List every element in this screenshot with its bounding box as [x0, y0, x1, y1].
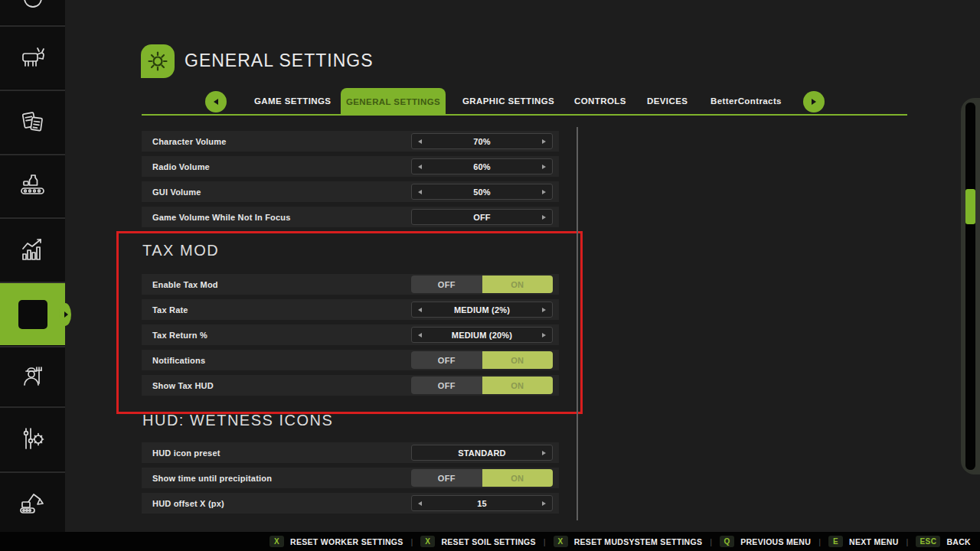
chevron-left-icon [214, 99, 218, 105]
key-badge-x: X [554, 536, 568, 547]
bottom-label: RESET SOIL SETTINGS [441, 537, 535, 546]
previous-menu-button[interactable]: Q PREVIOUS MENU [720, 536, 811, 547]
toggle-off-option[interactable]: OFF [411, 377, 482, 394]
separator: | [818, 537, 821, 546]
setting-label: Notifications [152, 356, 205, 365]
character-volume-stepper[interactable]: 70% [411, 133, 553, 149]
enable-tax-mod-toggle[interactable]: OFF ON [411, 276, 553, 293]
farmer-icon [17, 360, 49, 393]
gear-icon [146, 50, 169, 73]
radio-volume-stepper[interactable]: 60% [411, 158, 553, 174]
settings-sliders-icon [17, 423, 49, 455]
stepper-increase-icon[interactable] [542, 139, 546, 144]
notifications-toggle[interactable]: OFF ON [411, 351, 553, 369]
sidebar-item-contracts[interactable] [0, 90, 65, 153]
tab-general-settings-label: GENERAL SETTINGS [346, 97, 440, 106]
bottom-label: RESET WORKER SETTINGS [290, 537, 403, 546]
stepper-increase-icon[interactable] [542, 190, 546, 194]
toggle-off-option[interactable]: OFF [411, 351, 482, 369]
tab-devices[interactable]: DEVICES [647, 96, 688, 106]
stepper-decrease-icon[interactable] [418, 501, 422, 506]
tab-game-settings[interactable]: GAME SETTINGS [254, 96, 331, 106]
setting-label: Tax Rate [152, 305, 188, 315]
toggle-on-option[interactable]: ON [482, 276, 554, 293]
toggle-on-option[interactable]: ON [482, 469, 554, 487]
tab-graphic-settings[interactable]: GRAPHIC SETTINGS [462, 96, 554, 106]
sidebar-item-production[interactable] [0, 154, 65, 217]
back-button[interactable]: ESC BACK [916, 536, 971, 547]
setting-label: HUD offset X (px) [152, 499, 224, 508]
show-tax-hud-toggle[interactable]: OFF ON [411, 377, 553, 394]
reset-soil-settings-button[interactable]: X RESET SOIL SETTINGS [420, 536, 535, 547]
hud-icon-preset-stepper[interactable]: STANDARD [411, 445, 553, 461]
stepper-value: 50% [473, 187, 491, 197]
cow-icon [17, 42, 49, 74]
separator: | [906, 537, 909, 546]
toggle-on-option[interactable]: ON [482, 351, 554, 369]
toggle-off-option[interactable]: OFF [411, 276, 482, 293]
tab-controls[interactable]: CONTROLS [574, 96, 626, 106]
scrollbar-slot[interactable] [965, 103, 975, 470]
stepper-decrease-icon[interactable] [418, 333, 422, 337]
stepper-increase-icon[interactable] [542, 308, 546, 312]
bottom-label: RESET MUDSYSTEM SETTINGS [574, 537, 703, 546]
hud-offset-x-stepper[interactable]: 15 [411, 495, 553, 511]
setting-row-show-tax-hud: Show Tax HUD OFF ON [142, 375, 559, 396]
scrollbar-thumb[interactable] [965, 189, 975, 224]
sidebar-item-game-settings[interactable] [0, 406, 65, 471]
setting-label: Tax Return % [152, 331, 207, 340]
toggle-off-option[interactable]: OFF [411, 469, 482, 487]
key-badge-x: X [270, 536, 284, 547]
section-title-tax-mod: TAX MOD [142, 242, 219, 259]
mod-settings-icon [18, 300, 47, 329]
stepper-increase-icon[interactable] [542, 165, 546, 169]
sidebar-item-map[interactable] [0, 0, 65, 24]
stepper-decrease-icon[interactable] [418, 308, 422, 312]
reset-mudsystem-settings-button[interactable]: X RESET MUDSYSTEM SETTINGS [554, 536, 703, 547]
game-volume-focus-stepper[interactable]: OFF [411, 209, 553, 225]
reset-worker-settings-button[interactable]: X RESET WORKER SETTINGS [270, 536, 403, 547]
tabs-previous-button[interactable] [205, 91, 227, 112]
tabs-next-button[interactable] [803, 91, 825, 112]
stepper-increase-icon[interactable] [542, 501, 546, 506]
tab-bettercontracts[interactable]: BetterContracts [710, 96, 782, 106]
stepper-value: OFF [473, 213, 491, 222]
sidebar-item-workers[interactable] [0, 346, 65, 406]
separator: | [710, 537, 712, 546]
sidebar-item-animals[interactable] [0, 25, 65, 89]
separator: | [544, 537, 546, 546]
sidebar-item-statistics[interactable] [0, 217, 65, 281]
setting-row-radio-volume: Radio Volume 60% [142, 156, 559, 177]
stepper-value: MEDIUM (2%) [454, 305, 510, 315]
setting-row-character-volume: Character Volume 70% [142, 131, 559, 152]
map-icon [18, 0, 48, 20]
show-precipitation-toggle[interactable]: OFF ON [411, 469, 553, 487]
tab-general-settings[interactable]: GENERAL SETTINGS [341, 88, 446, 116]
next-menu-button[interactable]: E NEXT MENU [828, 536, 899, 547]
stepper-increase-icon[interactable] [542, 333, 546, 337]
setting-row-show-precipitation-time: Show time until precipitation OFF ON [142, 468, 559, 488]
sidebar-item-mod-settings-active[interactable] [0, 282, 65, 345]
stepper-increase-icon[interactable] [542, 215, 546, 220]
setting-label: Radio Volume [152, 162, 210, 171]
bottom-label: NEXT MENU [849, 537, 899, 546]
general-settings-icon [141, 44, 175, 78]
stepper-decrease-icon[interactable] [418, 165, 422, 169]
setting-label: Game Volume While Not In Focus [152, 213, 291, 222]
gui-volume-stepper[interactable]: 50% [411, 184, 553, 200]
toggle-on-option[interactable]: ON [482, 377, 554, 394]
stepper-decrease-icon[interactable] [418, 139, 422, 144]
separator: | [411, 537, 413, 546]
sidebar-item-construction[interactable] [0, 471, 65, 532]
tax-return-stepper[interactable]: MEDIUM (20%) [411, 327, 553, 343]
content-scrollbar-track[interactable] [577, 127, 578, 520]
stepper-increase-icon[interactable] [542, 451, 546, 455]
tax-rate-stepper[interactable]: MEDIUM (2%) [411, 302, 553, 318]
page-title: GENERAL SETTINGS [185, 51, 373, 71]
stepper-value: 60% [473, 162, 491, 171]
sidebar [0, 0, 65, 532]
stepper-decrease-icon[interactable] [418, 190, 422, 194]
setting-label: GUI Volume [152, 187, 201, 197]
setting-label: Show Tax HUD [152, 381, 214, 390]
production-icon [17, 170, 49, 202]
